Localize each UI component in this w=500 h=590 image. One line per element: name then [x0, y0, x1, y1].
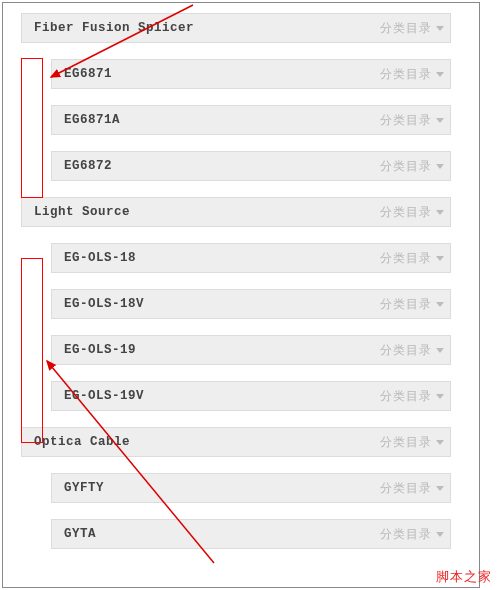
- category-row-fiber-fusion-splicer[interactable]: Fiber Fusion Splicer 分类目录: [21, 13, 451, 43]
- chevron-down-icon: [436, 394, 444, 399]
- chevron-down-icon: [436, 118, 444, 123]
- chevron-down-icon: [436, 26, 444, 31]
- category-label: Fiber Fusion Splicer: [34, 21, 194, 35]
- subcategory-row-eg-ols-19v[interactable]: EG-OLS-19V 分类目录: [51, 381, 451, 411]
- category-label: Optica Cable: [34, 435, 130, 449]
- dropdown-label: 分类目录: [380, 342, 432, 359]
- category-dropdown[interactable]: 分类目录: [380, 20, 444, 37]
- category-dropdown[interactable]: 分类目录: [380, 250, 444, 267]
- subcategory-row-eg6872[interactable]: EG6872 分类目录: [51, 151, 451, 181]
- category-row-optica-cable[interactable]: Optica Cable 分类目录: [21, 427, 451, 457]
- annotation-box-1: [21, 58, 43, 198]
- subcategory-label: EG-OLS-18V: [64, 297, 144, 311]
- subcategory-row-gyta[interactable]: GYTA 分类目录: [51, 519, 451, 549]
- category-dropdown[interactable]: 分类目录: [380, 434, 444, 451]
- chevron-down-icon: [436, 532, 444, 537]
- category-dropdown[interactable]: 分类目录: [380, 158, 444, 175]
- category-dropdown[interactable]: 分类目录: [380, 526, 444, 543]
- panel: Fiber Fusion Splicer 分类目录 EG6871 分类目录 EG…: [2, 2, 480, 588]
- subcategory-row-eg6871[interactable]: EG6871 分类目录: [51, 59, 451, 89]
- dropdown-label: 分类目录: [380, 434, 432, 451]
- subcategory-label: EG6871A: [64, 113, 120, 127]
- dropdown-label: 分类目录: [380, 480, 432, 497]
- watermark: 脚本之家: [436, 568, 492, 586]
- subcategory-label: EG-OLS-19: [64, 343, 136, 357]
- category-dropdown[interactable]: 分类目录: [380, 204, 444, 221]
- dropdown-label: 分类目录: [380, 296, 432, 313]
- subcategory-row-eg-ols-19[interactable]: EG-OLS-19 分类目录: [51, 335, 451, 365]
- chevron-down-icon: [436, 302, 444, 307]
- dropdown-label: 分类目录: [380, 204, 432, 221]
- subcategory-label: GYTA: [64, 527, 96, 541]
- category-dropdown[interactable]: 分类目录: [380, 342, 444, 359]
- subcategory-label: EG6871: [64, 67, 112, 81]
- chevron-down-icon: [436, 256, 444, 261]
- subcategory-row-eg-ols-18v[interactable]: EG-OLS-18V 分类目录: [51, 289, 451, 319]
- chevron-down-icon: [436, 440, 444, 445]
- category-row-light-source[interactable]: Light Source 分类目录: [21, 197, 451, 227]
- subcategory-row-eg-ols-18[interactable]: EG-OLS-18 分类目录: [51, 243, 451, 273]
- chevron-down-icon: [436, 486, 444, 491]
- subcategory-label: GYFTY: [64, 481, 104, 495]
- subcategory-row-eg6871a[interactable]: EG6871A 分类目录: [51, 105, 451, 135]
- chevron-down-icon: [436, 72, 444, 77]
- dropdown-label: 分类目录: [380, 20, 432, 37]
- chevron-down-icon: [436, 348, 444, 353]
- chevron-down-icon: [436, 210, 444, 215]
- category-label: Light Source: [34, 205, 130, 219]
- dropdown-label: 分类目录: [380, 66, 432, 83]
- dropdown-label: 分类目录: [380, 250, 432, 267]
- category-dropdown[interactable]: 分类目录: [380, 388, 444, 405]
- category-dropdown[interactable]: 分类目录: [380, 66, 444, 83]
- subcategory-label: EG6872: [64, 159, 112, 173]
- dropdown-label: 分类目录: [380, 388, 432, 405]
- dropdown-label: 分类目录: [380, 112, 432, 129]
- category-dropdown[interactable]: 分类目录: [380, 296, 444, 313]
- dropdown-label: 分类目录: [380, 158, 432, 175]
- chevron-down-icon: [436, 164, 444, 169]
- subcategory-label: EG-OLS-19V: [64, 389, 144, 403]
- subcategory-label: EG-OLS-18: [64, 251, 136, 265]
- category-dropdown[interactable]: 分类目录: [380, 480, 444, 497]
- annotation-box-2: [21, 258, 43, 443]
- category-dropdown[interactable]: 分类目录: [380, 112, 444, 129]
- subcategory-row-gyfty[interactable]: GYFTY 分类目录: [51, 473, 451, 503]
- dropdown-label: 分类目录: [380, 526, 432, 543]
